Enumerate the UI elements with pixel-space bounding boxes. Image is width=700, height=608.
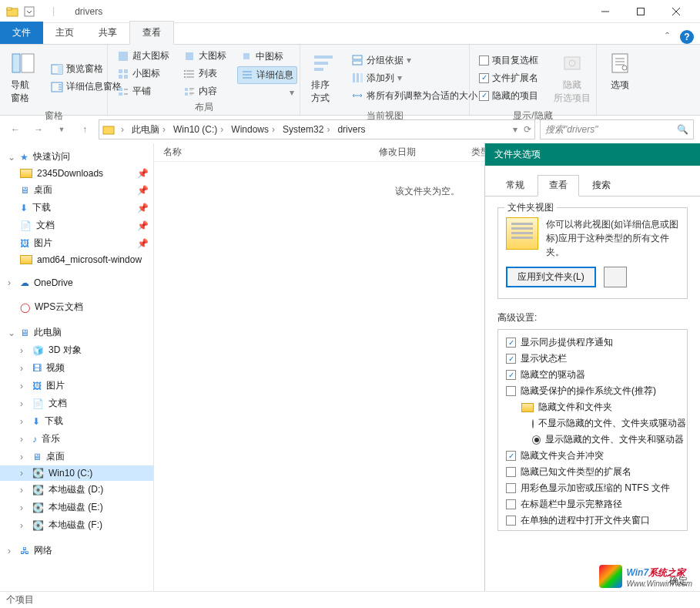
item-checkboxes-toggle[interactable]: 项目复选框 xyxy=(476,52,541,69)
adv-setting-item[interactable]: 显示同步提供程序通知 xyxy=(501,334,684,351)
checkbox-icon[interactable] xyxy=(506,386,516,396)
tree-thispc[interactable]: ⌄🖥此电脑 xyxy=(0,324,153,341)
checkbox-icon[interactable] xyxy=(506,354,516,364)
tree-music[interactable]: ›♪音乐 xyxy=(0,430,153,448)
collapse-ribbon-icon[interactable]: ˆ xyxy=(665,31,669,43)
checkbox-icon[interactable] xyxy=(506,499,516,509)
adv-setting-item[interactable]: 隐藏已知文件类型的扩展名 xyxy=(501,464,684,480)
tree-network[interactable]: ›🖧网络 xyxy=(0,542,153,559)
advanced-settings-list[interactable]: 显示同步提供程序通知显示状态栏隐藏空的驱动器隐藏受保护的操作系统文件(推荐)隐藏… xyxy=(497,329,688,531)
adv-setting-item[interactable]: 隐藏文件和文件夹 xyxy=(501,399,684,415)
tab-view[interactable]: 查看 xyxy=(129,21,174,45)
minimize-button[interactable] xyxy=(588,0,623,23)
forward-button[interactable]: → xyxy=(29,120,48,139)
nav-pane-button[interactable]: 导航窗格 xyxy=(6,48,40,108)
list-view[interactable]: 列表 xyxy=(180,66,229,82)
tab-share[interactable]: 共享 xyxy=(86,22,129,44)
content-view[interactable]: 内容 xyxy=(180,83,229,99)
adv-setting-item[interactable]: 在标题栏中显示完整路径 xyxy=(501,496,684,512)
down-caret-icon[interactable] xyxy=(23,5,35,18)
tree-2345downloads[interactable]: 2345Downloads📌 xyxy=(0,166,153,181)
tree-downloads2[interactable]: ›⬇下载 xyxy=(0,412,153,430)
apply-to-folders-button[interactable]: 应用到文件夹(L) xyxy=(506,267,596,287)
adv-setting-item[interactable]: 在列表视图中键入时 xyxy=(501,529,684,531)
dialog-tab-view[interactable]: 查看 xyxy=(538,175,579,197)
up-button[interactable]: ↑ xyxy=(75,120,94,139)
maximize-button[interactable] xyxy=(623,0,658,23)
checkbox-icon[interactable] xyxy=(506,467,516,477)
col-date[interactable]: 修改日期 xyxy=(370,146,462,159)
tiles[interactable]: 平铺 xyxy=(114,83,172,99)
hidden-items-toggle[interactable]: 隐藏的项目 xyxy=(476,88,541,104)
adv-setting-item[interactable]: 显示状态栏 xyxy=(501,351,684,367)
tab-home[interactable]: 主页 xyxy=(43,22,86,44)
tree-documents[interactable]: 📄文档📌 xyxy=(0,217,153,234)
tree-drive-d[interactable]: ›💽本地磁盘 (D:) xyxy=(0,481,153,499)
tree-desktop2[interactable]: ›🖥桌面 xyxy=(0,448,153,465)
adv-setting-item[interactable]: 用彩色显示加密或压缩的 NTFS 文件 xyxy=(501,480,684,496)
adv-setting-item[interactable]: 隐藏空的驱动器 xyxy=(501,367,684,383)
search-box[interactable]: 🔍 xyxy=(540,119,694,139)
close-button[interactable] xyxy=(658,0,694,23)
checkbox-icon[interactable] xyxy=(506,451,516,461)
adv-setting-item[interactable]: 隐藏文件夹合并冲突 xyxy=(501,448,684,464)
adv-setting-label: 隐藏文件和文件夹 xyxy=(538,401,612,414)
checkbox-icon[interactable] xyxy=(506,483,516,493)
size-all-columns-button[interactable]: 将所有列调整为合适的大小 xyxy=(348,88,481,104)
tree-amd64[interactable]: amd64_microsoft-window xyxy=(0,252,153,267)
radio-icon[interactable] xyxy=(532,419,534,428)
folder-icon xyxy=(6,5,18,18)
large-icons[interactable]: 大图标 xyxy=(180,48,229,64)
layout-more[interactable]: ▾ xyxy=(237,86,297,99)
small-icons[interactable]: 小图标 xyxy=(114,66,172,82)
tab-file[interactable]: 文件 xyxy=(0,22,43,44)
tree-documents2[interactable]: ›📄文档 xyxy=(0,395,153,412)
radio-icon[interactable] xyxy=(532,435,541,445)
adv-setting-item[interactable]: 在单独的进程中打开文件夹窗口 xyxy=(501,512,684,529)
tree-wps[interactable]: ◯WPS云文档 xyxy=(0,298,153,316)
file-extensions-toggle[interactable]: 文件扩展名 xyxy=(476,70,541,86)
tree-drive-c[interactable]: ›💽Win10 (C:) xyxy=(0,465,153,481)
details-view[interactable]: 详细信息 xyxy=(237,66,297,84)
tree-onedrive[interactable]: ›☁OneDrive xyxy=(0,275,153,291)
tree-3dobjects[interactable]: ›🧊3D 对象 xyxy=(0,341,153,359)
tree-pictures2[interactable]: ›🖼图片 xyxy=(0,377,153,395)
adv-setting-item[interactable]: 隐藏受保护的操作系统文件(推荐) xyxy=(501,383,684,399)
refresh-icon[interactable]: ⟳ xyxy=(524,124,531,135)
tree-quick-access[interactable]: ⌄★快速访问 xyxy=(0,148,153,166)
tree-drive-f[interactable]: ›💽本地磁盘 (F:) xyxy=(0,516,153,534)
reset-folders-button[interactable] xyxy=(604,267,627,287)
back-button[interactable]: ← xyxy=(6,120,25,139)
help-icon[interactable]: ? xyxy=(680,30,694,44)
search-input[interactable] xyxy=(545,124,677,135)
checkbox-icon[interactable] xyxy=(506,370,516,380)
crumb-system32[interactable]: System32› xyxy=(281,124,333,135)
checkbox-icon[interactable] xyxy=(506,516,516,526)
medium-icons[interactable]: 中图标 xyxy=(237,49,297,65)
tree-desktop[interactable]: 🖥桌面📌 xyxy=(0,181,153,199)
options-button[interactable]: 选项 xyxy=(603,48,637,95)
nav-tree[interactable]: ⌄★快速访问 2345Downloads📌 🖥桌面📌 ⬇下载📌 📄文档📌 🖼图片… xyxy=(0,143,154,591)
tree-videos[interactable]: ›🎞视频 xyxy=(0,359,153,377)
crumb-thispc[interactable]: 此电脑› xyxy=(130,123,169,136)
col-name[interactable]: 名称 xyxy=(154,146,370,159)
group-by-button[interactable]: 分组依据 ▾ xyxy=(348,52,481,69)
dialog-tab-general[interactable]: 常规 xyxy=(494,175,536,196)
address-dropdown-icon[interactable]: ▾ xyxy=(513,124,517,135)
adv-setting-item[interactable]: 不显示隐藏的文件、文件夹或驱动器 xyxy=(501,415,684,432)
crumb-drivers[interactable]: drivers xyxy=(336,124,367,135)
tree-drive-e[interactable]: ›💽本地磁盘 (E:) xyxy=(0,499,153,516)
extra-large-icons[interactable]: 超大图标 xyxy=(114,48,172,64)
address-box[interactable]: › 此电脑› Win10 (C:)› Windows› System32› dr… xyxy=(99,119,535,139)
checkbox-icon[interactable] xyxy=(506,338,516,348)
crumb-windows[interactable]: Windows› xyxy=(229,124,278,135)
tree-downloads[interactable]: ⬇下载📌 xyxy=(0,199,153,217)
adv-setting-item[interactable]: 显示隐藏的文件、文件夹和驱动器 xyxy=(501,432,684,448)
tree-pictures[interactable]: 🖼图片📌 xyxy=(0,234,153,252)
recent-button[interactable]: ▼ xyxy=(52,120,71,139)
dialog-tab-search[interactable]: 搜索 xyxy=(581,175,622,196)
sort-by-button[interactable]: 排序方式 xyxy=(306,48,340,108)
file-list[interactable]: 名称 修改日期 类型 该文件夹为空。 文件夹选项 常规 查看 搜索 文件夹视图 … xyxy=(154,143,700,591)
crumb-c[interactable]: Win10 (C:)› xyxy=(172,124,226,135)
add-columns-button[interactable]: 添加列 ▾ xyxy=(348,70,481,86)
